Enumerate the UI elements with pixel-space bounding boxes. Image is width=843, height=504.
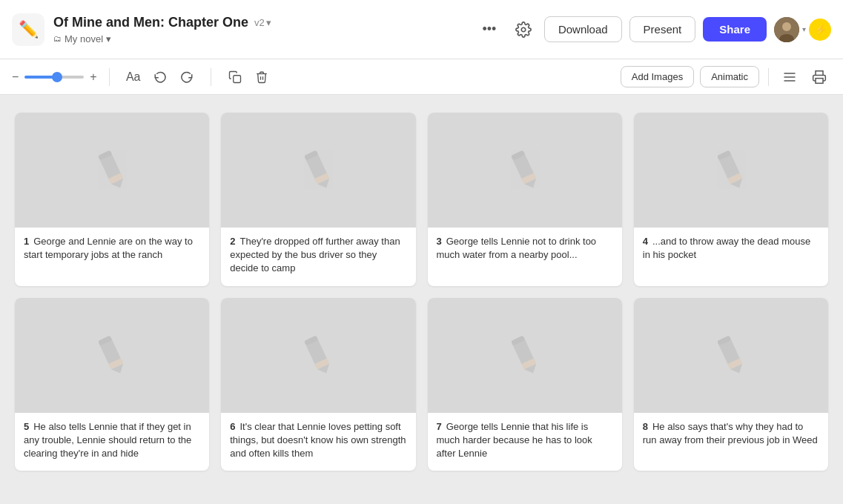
card-3[interactable]: 3George tells Lennie not to drink too mu… — [428, 113, 622, 286]
card-image-7 — [428, 298, 622, 413]
card-text-2: 2They're dropped off further away than e… — [221, 228, 415, 286]
card-description-7: George tells Lennie that his life is muc… — [437, 421, 592, 459]
font-button[interactable]: Aa — [122, 65, 145, 89]
zoom-plus-button[interactable]: + — [90, 70, 96, 84]
avatar — [774, 17, 799, 42]
card-number-6: 6 — [230, 421, 235, 432]
card-number-8: 8 — [643, 421, 648, 432]
breadcrumb: 🗂 My novel ▾ — [53, 33, 467, 44]
doc-title: Of Mine and Men: Chapter One — [53, 15, 248, 30]
card-description-1: George and Lennie are on the way to star… — [24, 236, 193, 260]
card-description-8: He also says that's why they had to run … — [643, 421, 818, 445]
card-5[interactable]: 5He also tells Lennie that if they get i… — [15, 298, 209, 471]
print-button[interactable] — [807, 65, 831, 89]
card-1[interactable]: 1George and Lennie are on the way to sta… — [15, 113, 209, 286]
pencil-placeholder-icon — [87, 144, 138, 196]
title-row: Of Mine and Men: Chapter One v2 ▾ — [53, 15, 467, 30]
svg-rect-8 — [816, 78, 823, 83]
card-text-5: 5He also tells Lennie that if they get i… — [15, 413, 209, 471]
card-8[interactable]: 8He also says that's why they had to run… — [634, 298, 828, 471]
card-description-5: He also tells Lennie that if they get in… — [24, 421, 191, 459]
header-actions: ••• Download Present Share ▾ ⚡ — [476, 16, 831, 43]
pencil-placeholder-icon — [706, 329, 757, 382]
toolbar: − + Aa — [0, 59, 843, 95]
svg-rect-4 — [233, 75, 240, 82]
separator-3 — [768, 68, 769, 86]
card-image-4 — [634, 113, 828, 228]
text-tools: Aa — [122, 65, 199, 89]
card-description-4: ...and to throw away the dead mouse in h… — [643, 236, 810, 260]
card-number-3: 3 — [437, 236, 442, 247]
zoom-slider[interactable] — [24, 76, 84, 79]
card-image-2 — [221, 113, 415, 228]
main-content: 1George and Lennie are on the way to sta… — [0, 95, 843, 504]
folder-icon: 🗂 — [53, 34, 62, 43]
card-text-8: 8He also says that's why they had to run… — [634, 413, 828, 457]
present-button[interactable]: Present — [629, 16, 696, 42]
share-button[interactable]: Share — [703, 17, 767, 42]
duplicate-button[interactable] — [223, 65, 247, 89]
card-image-6 — [221, 298, 415, 413]
card-image-5 — [15, 298, 209, 413]
cards-grid: 1George and Lennie are on the way to sta… — [15, 113, 828, 471]
separator-2 — [211, 68, 211, 86]
card-image-1 — [15, 113, 209, 228]
pencil-placeholder-icon — [293, 329, 344, 382]
pencil-placeholder-icon — [293, 144, 344, 196]
card-number-1: 1 — [24, 236, 29, 247]
version-dropdown[interactable]: v2 ▾ — [254, 17, 271, 28]
zoom-minus-button[interactable]: − — [12, 70, 19, 84]
settings-button[interactable] — [510, 16, 537, 43]
more-options-button[interactable]: ••• — [476, 16, 503, 43]
header: ✏️ Of Mine and Men: Chapter One v2 ▾ 🗂 M… — [0, 0, 843, 59]
card-text-4: 4...and to throw away the dead mouse in … — [634, 228, 828, 272]
card-number-2: 2 — [230, 236, 235, 247]
card-number-7: 7 — [437, 421, 442, 432]
card-4[interactable]: 4...and to throw away the dead mouse in … — [634, 113, 828, 286]
svg-point-2 — [782, 22, 791, 31]
delete-button[interactable] — [250, 65, 274, 89]
pencil-placeholder-icon — [87, 329, 138, 382]
card-6[interactable]: 6It's clear that Lennie loves petting so… — [221, 298, 415, 471]
separator-1 — [109, 68, 110, 86]
list-view-button[interactable] — [778, 65, 801, 89]
copy-delete-tools — [223, 65, 274, 89]
card-description-3: George tells Lennie not to drink too muc… — [437, 236, 597, 260]
card-image-8 — [634, 298, 828, 413]
card-description-6: It's clear that Lennie loves petting sof… — [230, 421, 406, 459]
card-text-6: 6It's clear that Lennie loves petting so… — [221, 413, 415, 471]
card-description-2: They're dropped off further away than ex… — [230, 236, 400, 273]
title-area: Of Mine and Men: Chapter One v2 ▾ 🗂 My n… — [53, 15, 467, 44]
card-number-4: 4 — [643, 236, 648, 247]
card-2[interactable]: 2They're dropped off further away than e… — [221, 113, 415, 286]
card-7[interactable]: 7George tells Lennie that his life is mu… — [428, 298, 622, 471]
card-text-3: 3George tells Lennie not to drink too mu… — [428, 228, 622, 272]
svg-point-0 — [521, 27, 526, 32]
add-images-button[interactable]: Add Images — [621, 66, 694, 87]
card-image-3 — [428, 113, 622, 228]
undo-button[interactable] — [148, 65, 172, 89]
toolbar-right: Add Images Animatic — [621, 65, 831, 89]
download-button[interactable]: Download — [544, 16, 622, 42]
pencil-placeholder-icon — [499, 144, 550, 196]
avatar-group: ▾ ⚡ — [774, 17, 831, 42]
card-text-1: 1George and Lennie are on the way to sta… — [15, 228, 209, 272]
animatic-button[interactable]: Animatic — [700, 66, 759, 87]
app-logo: ✏️ — [12, 13, 44, 46]
card-text-7: 7George tells Lennie that his life is mu… — [428, 413, 622, 471]
redo-button[interactable] — [175, 65, 199, 89]
lightning-button[interactable]: ⚡ — [809, 19, 831, 41]
pencil-placeholder-icon — [706, 144, 757, 196]
zoom-control: − + — [12, 70, 97, 84]
card-number-5: 5 — [24, 421, 29, 432]
pencil-placeholder-icon — [499, 329, 550, 382]
